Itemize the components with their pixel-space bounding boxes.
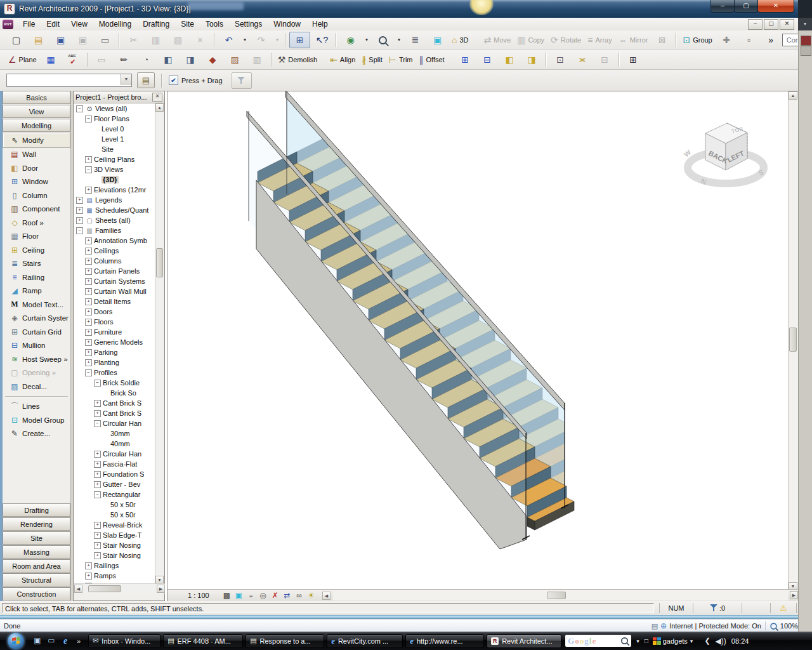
tree-item[interactable]: −Circular Han [74,418,157,428]
new-button[interactable]: ▢ [6,32,27,48]
expand-icon[interactable]: + [94,552,101,559]
element-properties-button[interactable]: ▤ [137,72,155,88]
expand-icon[interactable]: + [85,268,92,275]
task-response[interactable]: ▤Response to a... [246,634,324,648]
compass-button[interactable]: ◔ [136,51,157,68]
design-tab-drafting[interactable]: Drafting [3,503,70,517]
collapse-icon[interactable]: − [94,380,101,387]
tree-item[interactable]: +Ramps [74,571,157,581]
project-browser-toggle-button[interactable]: ⊞ [289,32,310,48]
tree-item[interactable]: +Curtain Wall Mull [74,286,157,296]
tree-item[interactable]: −3D Views [74,164,157,175]
menu-site[interactable]: Site [175,18,200,30]
scroll-thumb[interactable] [156,248,163,277]
design-item-curtain-grid[interactable]: ⊞Curtain Grid [3,325,70,339]
search-icon[interactable] [621,637,628,644]
speaker-icon[interactable]: ◀)) [716,637,726,646]
task-erf[interactable]: ▤ERF 4408 - AM... [163,634,243,648]
chevron-down-icon[interactable]: ▾ [636,638,639,644]
tree-item[interactable]: 30mm [74,428,157,439]
tree-item[interactable]: +Stair Nosing [74,550,157,560]
design-item-door[interactable]: ◧Door [3,161,70,175]
tree-item[interactable]: +Elevations (12mr [74,185,157,195]
tree-item[interactable]: Brick So [74,388,157,398]
tree-item[interactable]: −⊙Views (all) [74,103,157,114]
design-item-mullion[interactable]: ⊟Mullion [3,339,70,353]
tree-item[interactable]: +Doors [74,307,157,317]
open-button[interactable]: ▤ [28,32,49,48]
type-selector[interactable]: ▾ [6,74,132,87]
trim-button[interactable]: ⊢Trim [386,51,416,68]
context-help-button[interactable]: ↖? [311,32,332,48]
scroll-thumb[interactable] [88,585,121,592]
tree-item[interactable]: +Generic Models [74,337,157,347]
mdi-minimize-button[interactable]: – [748,19,763,30]
design-item-window[interactable]: ⊞Window [3,175,70,189]
expand-icon[interactable]: + [85,359,92,366]
menu-tools[interactable]: Tools [200,18,229,30]
expand-icon[interactable]: + [85,349,92,356]
detail-level-icon[interactable]: ▩ [221,591,233,600]
design-item-floor[interactable]: ▦Floor [3,230,70,244]
expand-icon[interactable]: + [94,532,101,539]
design-item-ceiling[interactable]: ⊞Ceiling [3,243,70,257]
design-item-component[interactable]: ▥Component [3,202,70,216]
crop-region-icon[interactable]: ✗ [269,591,281,600]
design-tab-construction[interactable]: Construction [3,587,70,600]
expand-icon[interactable]: + [85,298,92,305]
quick-launch-overflow-icon[interactable]: » [77,637,81,645]
press-drag-checkbox[interactable]: ✔ [169,76,178,85]
warning-icon[interactable]: ⚠ [780,604,787,613]
grid-button[interactable]: ▦ [41,51,62,68]
thin-lines-button[interactable]: ≣ [405,32,426,48]
tree-item[interactable]: +Annotation Symb [74,235,157,246]
tree-item[interactable]: −Brick Soldie [74,378,157,388]
menu-help[interactable]: Help [306,18,334,30]
tree-item[interactable]: +Gutter - Bev [74,479,157,489]
collapse-icon[interactable]: − [76,105,83,112]
design-item-column[interactable]: ▯Column [3,189,70,202]
menu-modelling[interactable]: Modelling [93,18,137,30]
expand-icon[interactable]: + [85,339,92,346]
task-revitcity[interactable]: eRevitCity.com ... [327,634,403,648]
collapse-tray-icon[interactable]: ❮ [704,637,710,645]
dynamic-view-button[interactable]: ◉ [340,32,361,48]
view-cube[interactable]: W N S TOP BACK LEFT [683,116,775,192]
tree-item[interactable]: −Profiles [74,368,157,378]
design-item-decal[interactable]: ▨Decal... [3,380,70,394]
tree-item[interactable]: +Slab Edge-T [74,530,157,540]
show-desktop-icon[interactable]: ▭ [46,636,57,646]
collapse-icon[interactable]: − [94,420,101,427]
collapse-icon[interactable]: − [94,491,101,498]
menu-file[interactable]: File [17,18,41,30]
menu-view[interactable]: View [65,18,93,30]
collapse-icon[interactable]: − [85,166,92,173]
cope-1-button[interactable]: ⊡ [550,51,571,68]
expand-icon[interactable]: + [94,451,101,458]
design-item-railing[interactable]: ≡Railing [3,270,70,284]
dynamic-view-dropdown-button[interactable]: ▾ [362,32,371,48]
scroll-right-icon[interactable]: ▶ [790,591,798,599]
tree-item[interactable]: +Reveal-Brick [74,520,157,530]
tree-item[interactable]: +Curtain Systems [74,276,157,286]
design-item-curtain-system[interactable]: ◈Curtain Syster [3,312,70,326]
view-3d-box-button[interactable]: ▣ [427,32,448,48]
expand-icon[interactable]: + [85,187,92,194]
view-scale[interactable]: 1 : 100 [188,592,221,599]
design-item-host-sweep[interactable]: ≋Host Sweep » [3,352,70,366]
render-icon[interactable]: ◎ [257,591,269,600]
scroll-up-icon[interactable]: ▲ [789,91,797,100]
window-box-icon[interactable]: □ [645,637,648,644]
wall-join-4-button[interactable]: ◨ [521,51,542,68]
design-tab-structural[interactable]: Structural [3,573,70,587]
work-plane-button[interactable]: ∠Plane [6,51,39,68]
switch-windows-icon[interactable]: ▣ [32,636,43,646]
menu-window[interactable]: Window [268,18,306,30]
collapse-icon[interactable]: − [85,369,92,376]
minimize-button[interactable]: – [710,0,735,13]
tree-item[interactable]: +▤Legends [74,195,157,205]
tree-item[interactable]: +Detail Items [74,296,157,307]
expand-icon[interactable]: + [85,288,92,295]
scroll-up-icon[interactable]: ▲ [155,103,164,112]
viewport-horizontal-scrollbar[interactable]: ▶ [333,590,788,600]
